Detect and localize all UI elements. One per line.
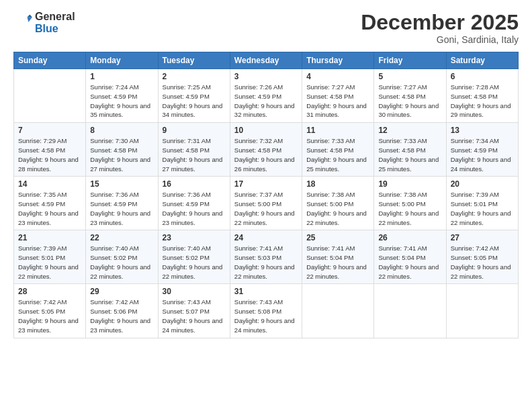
calendar-cell: 6Sunrise: 7:28 AMSunset: 4:58 PMDaylight… xyxy=(446,69,518,123)
day-number: 29 xyxy=(90,287,153,296)
day-number: 12 xyxy=(378,126,441,135)
day-info: Sunrise: 7:32 AMSunset: 4:58 PMDaylight:… xyxy=(234,136,298,173)
calendar-cell: 27Sunrise: 7:42 AMSunset: 5:05 PMDayligh… xyxy=(446,230,518,284)
day-info: Sunrise: 7:40 AMSunset: 5:02 PMDaylight:… xyxy=(90,244,153,281)
day-info: Sunrise: 7:39 AMSunset: 5:01 PMDaylight:… xyxy=(451,190,514,227)
day-info: Sunrise: 7:26 AMSunset: 4:59 PMDaylight:… xyxy=(234,83,298,120)
day-info: Sunrise: 7:42 AMSunset: 5:05 PMDaylight:… xyxy=(18,298,81,334)
calendar-week-1: 7Sunrise: 7:29 AMSunset: 4:58 PMDaylight… xyxy=(14,123,519,177)
col-tuesday: Tuesday xyxy=(158,52,230,69)
day-info: Sunrise: 7:28 AMSunset: 4:58 PMDaylight:… xyxy=(451,83,514,120)
day-number: 5 xyxy=(378,72,441,81)
day-number: 23 xyxy=(163,233,226,242)
col-wednesday: Wednesday xyxy=(230,52,302,69)
calendar-cell: 11Sunrise: 7:33 AMSunset: 4:58 PMDayligh… xyxy=(302,123,374,177)
col-saturday: Saturday xyxy=(446,52,518,69)
day-info: Sunrise: 7:36 AMSunset: 4:59 PMDaylight:… xyxy=(90,190,153,227)
day-info: Sunrise: 7:35 AMSunset: 4:59 PMDaylight:… xyxy=(18,190,81,227)
calendar-cell: 18Sunrise: 7:38 AMSunset: 5:00 PMDayligh… xyxy=(302,177,374,230)
day-number: 9 xyxy=(163,126,226,135)
calendar-cell: 20Sunrise: 7:39 AMSunset: 5:01 PMDayligh… xyxy=(446,177,518,230)
svg-marker-1 xyxy=(28,14,32,17)
day-number: 8 xyxy=(90,126,153,135)
calendar-cell: 10Sunrise: 7:32 AMSunset: 4:58 PMDayligh… xyxy=(230,123,302,177)
location: Goni, Sardinia, Italy xyxy=(361,34,519,45)
day-number: 28 xyxy=(18,287,81,296)
calendar-cell: 19Sunrise: 7:38 AMSunset: 5:00 PMDayligh… xyxy=(374,177,446,230)
day-number: 19 xyxy=(378,179,441,189)
calendar-cell: 26Sunrise: 7:41 AMSunset: 5:04 PMDayligh… xyxy=(374,230,446,284)
month-title: December 2025 xyxy=(361,11,519,34)
day-number: 10 xyxy=(234,126,298,135)
calendar-header: Sunday Monday Tuesday Wednesday Thursday… xyxy=(14,52,519,69)
calendar-cell: 23Sunrise: 7:40 AMSunset: 5:02 PMDayligh… xyxy=(158,230,230,284)
day-info: Sunrise: 7:24 AMSunset: 4:59 PMDaylight:… xyxy=(90,83,153,120)
day-number: 25 xyxy=(306,233,369,242)
calendar-cell: 8Sunrise: 7:30 AMSunset: 4:58 PMDaylight… xyxy=(86,123,158,177)
day-info: Sunrise: 7:41 AMSunset: 5:04 PMDaylight:… xyxy=(306,244,369,281)
header: General Blue December 2025 Goni, Sardini… xyxy=(13,11,519,45)
day-info: Sunrise: 7:41 AMSunset: 5:03 PMDaylight:… xyxy=(234,244,298,281)
calendar-cell: 2Sunrise: 7:25 AMSunset: 4:59 PMDaylight… xyxy=(158,69,230,123)
day-info: Sunrise: 7:43 AMSunset: 5:07 PMDaylight:… xyxy=(163,298,226,334)
day-info: Sunrise: 7:27 AMSunset: 4:58 PMDaylight:… xyxy=(306,83,369,120)
day-number: 4 xyxy=(306,72,369,81)
day-info: Sunrise: 7:36 AMSunset: 4:59 PMDaylight:… xyxy=(163,190,226,227)
day-info: Sunrise: 7:39 AMSunset: 5:01 PMDaylight:… xyxy=(18,244,81,281)
day-info: Sunrise: 7:38 AMSunset: 5:00 PMDaylight:… xyxy=(306,190,369,227)
calendar-table: Sunday Monday Tuesday Wednesday Thursday… xyxy=(13,52,519,338)
col-friday: Friday xyxy=(374,52,446,69)
day-info: Sunrise: 7:34 AMSunset: 4:59 PMDaylight:… xyxy=(451,136,514,173)
calendar-cell: 16Sunrise: 7:36 AMSunset: 4:59 PMDayligh… xyxy=(158,177,230,230)
day-number: 16 xyxy=(163,179,226,189)
calendar-cell xyxy=(302,284,374,338)
calendar-cell: 29Sunrise: 7:42 AMSunset: 5:06 PMDayligh… xyxy=(86,284,158,338)
calendar-cell: 1Sunrise: 7:24 AMSunset: 4:59 PMDaylight… xyxy=(86,69,158,123)
calendar-cell: 7Sunrise: 7:29 AMSunset: 4:58 PMDaylight… xyxy=(14,123,86,177)
calendar-cell: 30Sunrise: 7:43 AMSunset: 5:07 PMDayligh… xyxy=(158,284,230,338)
day-number: 6 xyxy=(451,72,514,81)
calendar-cell xyxy=(446,284,518,338)
logo-general: General xyxy=(35,11,75,23)
calendar-cell: 31Sunrise: 7:43 AMSunset: 5:08 PMDayligh… xyxy=(230,284,302,338)
day-number: 15 xyxy=(90,179,153,189)
calendar-cell: 3Sunrise: 7:26 AMSunset: 4:59 PMDaylight… xyxy=(230,69,302,123)
day-number: 26 xyxy=(378,233,441,242)
day-number: 7 xyxy=(18,126,81,135)
day-info: Sunrise: 7:30 AMSunset: 4:58 PMDaylight:… xyxy=(90,136,153,173)
day-info: Sunrise: 7:41 AMSunset: 5:04 PMDaylight:… xyxy=(378,244,441,281)
calendar-body: 1Sunrise: 7:24 AMSunset: 4:59 PMDaylight… xyxy=(14,69,519,338)
page: General Blue December 2025 Goni, Sardini… xyxy=(0,0,532,411)
day-number: 30 xyxy=(163,287,226,296)
day-info: Sunrise: 7:38 AMSunset: 5:00 PMDaylight:… xyxy=(378,190,441,227)
calendar-cell: 15Sunrise: 7:36 AMSunset: 4:59 PMDayligh… xyxy=(86,177,158,230)
day-number: 14 xyxy=(18,179,81,189)
day-number: 11 xyxy=(306,126,369,135)
calendar-cell: 28Sunrise: 7:42 AMSunset: 5:05 PMDayligh… xyxy=(14,284,86,338)
col-monday: Monday xyxy=(86,52,158,69)
calendar-cell: 12Sunrise: 7:33 AMSunset: 4:58 PMDayligh… xyxy=(374,123,446,177)
calendar-cell: 21Sunrise: 7:39 AMSunset: 5:01 PMDayligh… xyxy=(14,230,86,284)
calendar-cell xyxy=(14,69,86,123)
col-sunday: Sunday xyxy=(14,52,86,69)
svg-marker-0 xyxy=(28,17,32,21)
day-number: 20 xyxy=(451,179,514,189)
calendar-cell: 13Sunrise: 7:34 AMSunset: 4:59 PMDayligh… xyxy=(446,123,518,177)
logo-icon xyxy=(13,13,32,32)
col-thursday: Thursday xyxy=(302,52,374,69)
day-info: Sunrise: 7:27 AMSunset: 4:58 PMDaylight:… xyxy=(378,83,441,120)
day-info: Sunrise: 7:33 AMSunset: 4:58 PMDaylight:… xyxy=(306,136,369,173)
day-number: 21 xyxy=(18,233,81,242)
calendar-cell: 24Sunrise: 7:41 AMSunset: 5:03 PMDayligh… xyxy=(230,230,302,284)
calendar-cell xyxy=(374,284,446,338)
day-info: Sunrise: 7:42 AMSunset: 5:06 PMDaylight:… xyxy=(90,298,153,334)
logo-text: General Blue xyxy=(35,11,75,34)
calendar-week-2: 14Sunrise: 7:35 AMSunset: 4:59 PMDayligh… xyxy=(14,177,519,230)
calendar-week-3: 21Sunrise: 7:39 AMSunset: 5:01 PMDayligh… xyxy=(14,230,519,284)
day-info: Sunrise: 7:40 AMSunset: 5:02 PMDaylight:… xyxy=(163,244,226,281)
day-info: Sunrise: 7:42 AMSunset: 5:05 PMDaylight:… xyxy=(451,244,514,281)
day-number: 27 xyxy=(451,233,514,242)
day-number: 2 xyxy=(163,72,226,81)
day-number: 24 xyxy=(234,233,298,242)
calendar-cell: 17Sunrise: 7:37 AMSunset: 5:00 PMDayligh… xyxy=(230,177,302,230)
